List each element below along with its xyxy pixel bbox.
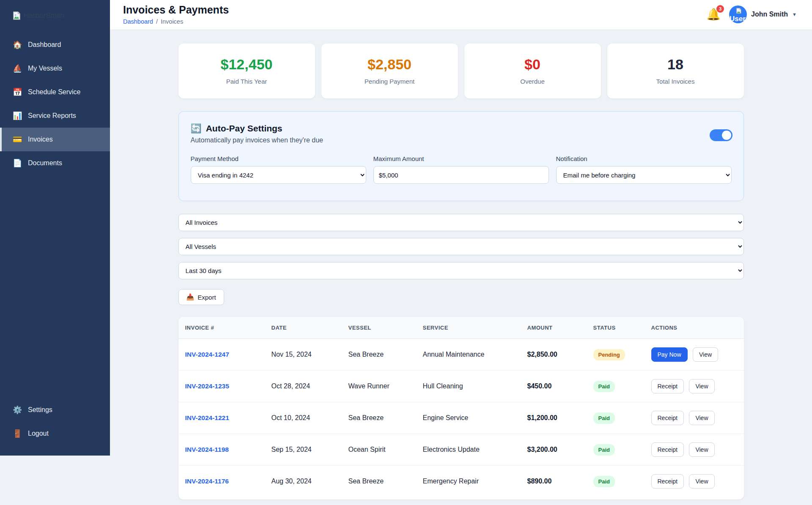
table-header-row: INVOICE # DATE VESSEL SERVICE AMOUNT STA…	[178, 317, 744, 339]
invoice-vessel: Sea Breeze	[342, 466, 416, 497]
invoice-service: Hull Cleaning	[416, 371, 521, 402]
field-label: Notification	[556, 155, 732, 162]
sidebar-item-label: Schedule Service	[28, 88, 81, 96]
main-area: Invoices & Payments Dashboard/Invoices 🔔…	[110, 0, 812, 505]
stat-value: $2,850	[326, 56, 454, 73]
invoice-status-filter-select[interactable]: All Invoices	[178, 214, 744, 231]
receipt-button[interactable]: Receipt	[651, 442, 684, 457]
invoice-vessel: Sea Breeze	[342, 339, 416, 371]
invoice-number-link[interactable]: INV-2024-1198	[185, 446, 229, 453]
export-button-label: Export	[198, 294, 216, 301]
column-header-invoice: INVOICE #	[178, 317, 265, 339]
chevron-down-icon: ▼	[792, 12, 797, 17]
stats-row: $12,450 Paid This Year $2,850 Pending Pa…	[178, 44, 744, 98]
document-icon: 📄	[13, 158, 22, 168]
credit-card-icon: 💳	[13, 135, 22, 144]
receipt-button[interactable]: Receipt	[651, 474, 684, 489]
maximum-amount-input[interactable]	[373, 166, 549, 184]
page-header: Invoices & Payments Dashboard/Invoices 🔔…	[110, 0, 812, 30]
table-row: INV-2024-1176 Aug 30, 2024 Sea Breeze Em…	[178, 466, 744, 497]
payment-method-select[interactable]: Visa ending in 4242	[191, 166, 366, 184]
autopay-settings-panel: 🔄 Auto-Pay Settings Automatically pay in…	[178, 111, 744, 201]
invoices-table: INVOICE # DATE VESSEL SERVICE AMOUNT STA…	[178, 317, 744, 497]
pay-now-button[interactable]: Pay Now	[651, 347, 688, 362]
view-button[interactable]: View	[689, 442, 714, 457]
sidebar-item-documents[interactable]: 📄 Documents	[0, 151, 110, 175]
breadcrumb-dashboard-link[interactable]: Dashboard	[123, 18, 153, 25]
view-button[interactable]: View	[693, 347, 718, 362]
column-header-date: DATE	[265, 317, 342, 339]
sidebar-item-invoices[interactable]: 💳 Invoices	[0, 128, 110, 151]
stat-card-total-invoices: 18 Total Invoices	[607, 44, 744, 98]
invoice-number-link[interactable]: INV-2024-1221	[185, 414, 229, 421]
autopay-title-text: Auto-Pay Settings	[206, 123, 283, 134]
sidebar-item-service-reports[interactable]: 📊 Service Reports	[0, 104, 110, 128]
column-header-status: STATUS	[587, 317, 645, 339]
logo[interactable]: HarborSmith	[0, 0, 110, 33]
sailboat-icon: ⛵	[13, 64, 22, 73]
invoice-amount: $1,200.00	[521, 402, 587, 434]
content-column: $12,450 Paid This Year $2,850 Pending Pa…	[178, 30, 744, 505]
date-range-filter-select[interactable]: Last 30 days	[178, 262, 744, 279]
avatar: User	[729, 5, 747, 23]
sidebar-item-my-vessels[interactable]: ⛵ My Vessels	[0, 57, 110, 80]
stat-card-paid-this-year: $12,450 Paid This Year	[178, 44, 315, 98]
sidebar-item-dashboard[interactable]: 🏠 Dashboard	[0, 33, 110, 57]
autopay-toggle[interactable]	[710, 129, 732, 141]
status-badge: Paid	[593, 412, 615, 424]
invoice-date: Sep 15, 2024	[265, 434, 342, 466]
sidebar-item-logout[interactable]: 🚪 Logout	[0, 422, 110, 445]
autopay-fields: Payment Method Visa ending in 4242 Maxim…	[191, 155, 732, 184]
home-icon: 🏠	[13, 40, 22, 49]
notification-select[interactable]: Email me before charging	[556, 166, 732, 184]
stat-value: $12,450	[183, 56, 311, 73]
invoice-vessel: Ocean Spirit	[342, 434, 416, 466]
notifications-button[interactable]: 🔔 3	[706, 8, 721, 21]
notification-field: Notification Email me before charging	[556, 155, 732, 184]
payment-method-field: Payment Method Visa ending in 4242	[191, 155, 366, 184]
column-header-amount: AMOUNT	[521, 317, 587, 339]
column-header-service: SERVICE	[416, 317, 521, 339]
invoice-amount: $2,850.00	[521, 339, 587, 371]
user-menu[interactable]: User John Smith ▼	[729, 5, 797, 23]
receipt-button[interactable]: Receipt	[651, 411, 684, 425]
sidebar-nav: 🏠 Dashboard ⛵ My Vessels 📅 Schedule Serv…	[0, 33, 110, 175]
view-button[interactable]: View	[689, 411, 714, 425]
broken-image-icon	[12, 11, 21, 20]
breadcrumb-current: Invoices	[161, 18, 183, 25]
table-row: INV-2024-1235 Oct 28, 2024 Wave Runner H…	[178, 371, 744, 402]
vessel-filter-select[interactable]: All Vessels	[178, 238, 744, 255]
field-label: Maximum Amount	[373, 155, 549, 162]
export-button[interactable]: 📥 Export	[178, 289, 224, 305]
invoice-number-link[interactable]: INV-2024-1176	[185, 478, 229, 485]
sidebar-item-schedule-service[interactable]: 📅 Schedule Service	[0, 80, 110, 104]
header-left: Invoices & Payments Dashboard/Invoices	[123, 4, 229, 25]
calendar-icon: 📅	[13, 87, 22, 97]
logo-alt-text: HarborSmith	[24, 11, 64, 20]
invoice-date: Nov 15, 2024	[265, 339, 342, 371]
sidebar-footer: ⚙️ Settings 🚪 Logout	[0, 398, 110, 456]
user-name: John Smith	[751, 11, 788, 18]
receipt-button[interactable]: Receipt	[651, 379, 684, 393]
sidebar-item-label: My Vessels	[28, 65, 62, 72]
header-right: 🔔 3 User John Smith ▼	[706, 5, 797, 23]
invoice-number-link[interactable]: INV-2024-1247	[185, 351, 229, 358]
invoice-service: Annual Maintenance	[416, 339, 521, 371]
inbox-tray-icon: 📥	[187, 293, 195, 301]
invoice-number-link[interactable]: INV-2024-1235	[185, 382, 229, 390]
app-root: HarborSmith 🏠 Dashboard ⛵ My Vessels 📅 S…	[0, 0, 812, 505]
autopay-subtitle: Automatically pay invoices when they're …	[191, 136, 732, 144]
stat-label: Pending Payment	[326, 78, 454, 85]
view-button[interactable]: View	[689, 474, 714, 489]
view-button[interactable]: View	[689, 379, 714, 393]
stat-label: Paid This Year	[183, 78, 311, 85]
invoice-amount: $3,200.00	[521, 434, 587, 466]
sidebar-item-settings[interactable]: ⚙️ Settings	[0, 398, 110, 422]
gear-icon: ⚙️	[13, 405, 22, 415]
invoice-vessel: Wave Runner	[342, 371, 416, 402]
stat-card-pending-payment: $2,850 Pending Payment	[321, 44, 458, 98]
stat-card-overdue: $0 Overdue	[464, 44, 601, 98]
stat-label: Overdue	[469, 78, 597, 85]
table-row: INV-2024-1198 Sep 15, 2024 Ocean Spirit …	[178, 434, 744, 466]
page-title: Invoices & Payments	[123, 4, 229, 16]
